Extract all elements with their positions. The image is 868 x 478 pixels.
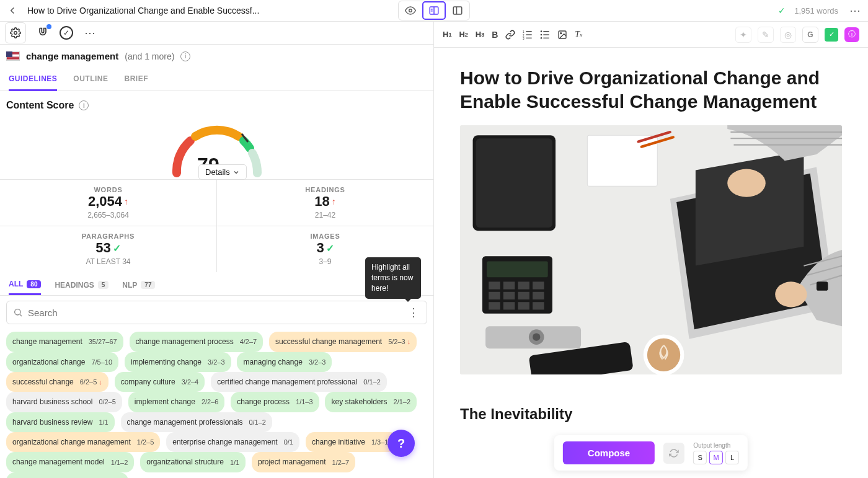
compose-toolbar: Compose Output length S M L: [554, 435, 748, 471]
svg-rect-45: [503, 292, 515, 299]
compose-button[interactable]: Compose: [563, 441, 655, 464]
term-chip[interactable]: change management35/27–67: [6, 332, 123, 352]
term-list: change management35/27–67 change managem…: [0, 329, 433, 478]
keyword-main: change management: [26, 51, 118, 61]
notification-dot: [46, 24, 51, 29]
term-chip[interactable]: company culture3/2–4: [115, 372, 205, 392]
edit-button[interactable]: ✎: [758, 27, 774, 43]
term-chip[interactable]: certified change management professional…: [211, 372, 387, 392]
content-score-title: Content Score i: [6, 100, 427, 111]
term-chip[interactable]: key stakeholders2/1–2: [325, 392, 417, 412]
stat-words: WORDS 2,054↑ 2,665–3,064: [0, 180, 217, 226]
arrow-up-icon: ↑: [332, 197, 336, 206]
content-score-info-icon[interactable]: i: [79, 100, 89, 110]
help-button[interactable]: ?: [388, 430, 415, 457]
subtab-all[interactable]: ALL80: [9, 280, 41, 295]
svg-point-24: [560, 32, 562, 33]
ai-button[interactable]: ✦: [735, 27, 751, 43]
bullet-list-button[interactable]: [540, 30, 550, 40]
keyword-info-icon[interactable]: i: [180, 51, 190, 61]
h1-button[interactable]: H1: [443, 30, 451, 39]
term-chip[interactable]: managing change3/2–3: [237, 352, 332, 372]
view-mode-preview[interactable]: [399, 1, 422, 20]
term-chip[interactable]: change management process4/2–7: [130, 332, 264, 352]
link-button[interactable]: [505, 30, 515, 40]
article-h2[interactable]: The Inevitability: [460, 405, 842, 423]
term-chip[interactable]: successful change6/2–5↓: [6, 372, 108, 392]
shield-icon[interactable]: ✓: [825, 28, 838, 42]
svg-text:1: 1: [523, 30, 525, 33]
term-chip[interactable]: project management1/2–7: [252, 452, 355, 472]
stat-paragraphs: PARAGRAPHS 53✓ AT LEAST 34: [0, 226, 217, 272]
size-s-button[interactable]: S: [693, 451, 707, 464]
svg-rect-42: [518, 281, 529, 289]
svg-rect-5: [453, 7, 462, 14]
svg-rect-14: [526, 34, 532, 35]
view-mode-split[interactable]: [422, 1, 446, 20]
word-count: 1,951 words: [794, 6, 838, 15]
term-chip[interactable]: successful change management5/2–3↓: [269, 332, 417, 352]
term-chip[interactable]: harvard business review1/1: [6, 412, 115, 432]
term-chip[interactable]: change process1/1–3: [231, 392, 319, 412]
term-chip[interactable]: enterprise change management0/1: [166, 432, 299, 452]
ordered-list-button[interactable]: 123: [523, 30, 533, 40]
svg-line-10: [20, 314, 22, 316]
svg-rect-49: [503, 302, 515, 309]
magnet-button[interactable]: [32, 22, 53, 43]
tab-guidelines[interactable]: GUIDELINES: [9, 68, 57, 91]
svg-rect-39: [487, 261, 548, 277]
details-button[interactable]: Details: [198, 164, 247, 180]
target-button[interactable]: ◎: [780, 27, 796, 43]
svg-point-54: [533, 333, 540, 340]
svg-rect-34: [696, 151, 804, 266]
view-mode-switch: [398, 1, 470, 20]
article-title[interactable]: How to Drive Organizational Change and E…: [460, 66, 842, 113]
svg-rect-29: [587, 135, 657, 186]
settings-button[interactable]: [5, 22, 26, 43]
search-input[interactable]: [28, 308, 407, 318]
term-chip[interactable]: organizational structure1/1: [140, 452, 246, 472]
h2-button[interactable]: H2: [459, 30, 467, 39]
subtab-nlp[interactable]: NLP77: [122, 280, 155, 290]
clear-format-button[interactable]: Tx: [575, 30, 582, 40]
term-chip[interactable]: change management model1/1–2: [6, 452, 134, 472]
term-chip[interactable]: effectively managing change1/1: [6, 472, 128, 478]
subtab-headings[interactable]: HEADINGS5: [55, 280, 108, 290]
image-button[interactable]: [557, 30, 567, 40]
tab-outline[interactable]: OUTLINE: [73, 68, 108, 91]
term-chip[interactable]: implement change2/2–6: [128, 392, 225, 412]
hero-image[interactable]: [460, 125, 842, 374]
svg-rect-22: [544, 37, 549, 38]
term-chip[interactable]: organizational change7/5–10: [6, 352, 118, 372]
more-menu-button[interactable]: ⋯: [79, 26, 100, 40]
svg-point-19: [541, 33, 542, 35]
term-chip[interactable]: organizational change management1/2–5: [6, 432, 160, 452]
term-chip[interactable]: harvard business school0/2–5: [6, 392, 122, 412]
size-l-button[interactable]: L: [725, 451, 739, 464]
svg-rect-12: [526, 31, 532, 32]
stat-headings: HEADINGS 18↑ 21–42: [217, 180, 433, 226]
save-status-icon: ✓: [778, 6, 786, 15]
tab-brief[interactable]: BRIEF: [125, 68, 149, 91]
svg-rect-18: [544, 31, 549, 32]
search-menu-button[interactable]: ⋮: [407, 306, 420, 319]
view-mode-editor[interactable]: [446, 1, 469, 20]
term-chip[interactable]: change management professionals0/1–2: [121, 412, 272, 432]
term-search[interactable]: ⋮: [6, 301, 427, 324]
info-badge[interactable]: ⓘ: [844, 27, 859, 42]
doc-menu-button[interactable]: ⋯: [847, 4, 863, 17]
bold-button[interactable]: B: [492, 30, 498, 40]
back-arrow-icon[interactable]: [5, 3, 20, 18]
svg-point-9: [15, 309, 20, 315]
size-m-button[interactable]: M: [709, 451, 723, 464]
check-status-icon[interactable]: [60, 26, 73, 40]
keyword-more: (and 1 more): [125, 51, 174, 61]
h3-button[interactable]: H3: [476, 30, 484, 39]
grammarly-button[interactable]: G: [802, 27, 818, 43]
svg-rect-41: [503, 281, 515, 289]
svg-point-0: [409, 9, 412, 12]
regenerate-button[interactable]: [663, 443, 684, 464]
term-chip[interactable]: change initiative1/3–10: [306, 432, 399, 452]
document-title: How to Drive Organizational Change and E…: [27, 6, 259, 15]
term-chip[interactable]: implementing change3/2–3: [125, 352, 231, 372]
